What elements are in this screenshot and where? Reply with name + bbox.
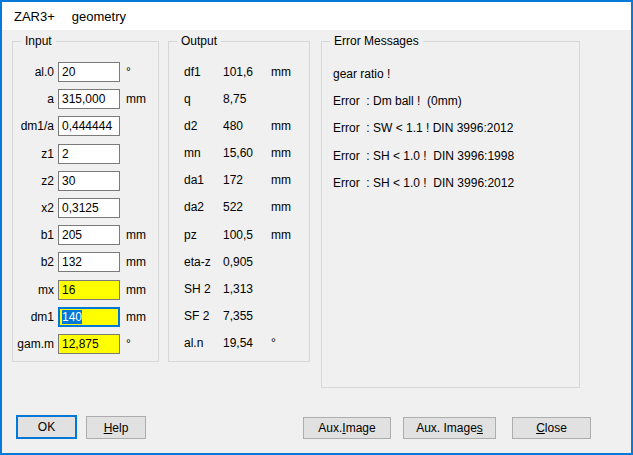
input-field-z1[interactable]: 2: [58, 144, 120, 164]
output-label: SF 2: [184, 309, 223, 323]
output-value: 1,313: [223, 282, 271, 296]
output-group-label: Output: [177, 34, 221, 48]
input-row: z12: [13, 144, 158, 164]
input-field-b1[interactable]: 205: [58, 225, 120, 245]
input-unit: mm: [126, 310, 146, 324]
output-value: 480: [223, 119, 271, 133]
output-row: mn15,60mm: [184, 143, 309, 163]
output-value: 8,75: [223, 92, 271, 106]
input-unit: °: [126, 337, 131, 351]
output-value: 100,5: [223, 228, 271, 242]
input-field-al0[interactable]: 20: [58, 62, 120, 82]
input-field-gamm[interactable]: 12,875: [58, 334, 120, 354]
output-label: mn: [184, 146, 223, 160]
input-row: x20,3125: [13, 198, 158, 218]
error-messages-group: Error Messages gear ratio !Error : Dm ba…: [321, 41, 580, 388]
button-label-underline: C: [536, 421, 545, 435]
client-area: Input al.020°a315,000mmdm1/a0,444444z12z…: [2, 30, 631, 453]
error-messages-group-label: Error Messages: [330, 34, 423, 48]
button-label-pre: Aux.: [318, 421, 342, 435]
output-row: pz100,5mm: [184, 225, 309, 245]
input-field-dm1a[interactable]: 0,444444: [58, 116, 120, 136]
input-unit: °: [126, 65, 131, 79]
close-button[interactable]: Close: [512, 417, 591, 439]
aux-image-button[interactable]: Aux. Image: [303, 417, 391, 439]
button-label-pre: Aux. Image: [416, 421, 477, 435]
input-label: z2: [13, 174, 54, 188]
output-row: eta-z0,905: [184, 252, 309, 272]
input-row: b1205mm: [13, 225, 158, 245]
output-row: df1101,6mm: [184, 62, 309, 82]
button-label-post: lose: [545, 421, 567, 435]
input-row: gam.m12,875°: [13, 334, 158, 354]
input-field-z2[interactable]: 30: [58, 171, 120, 191]
aux-images-button[interactable]: Aux. Images: [403, 417, 496, 439]
input-label: al.0: [13, 65, 54, 79]
output-unit: mm: [271, 200, 291, 214]
input-unit: mm: [126, 92, 146, 106]
help-button[interactable]: Help: [86, 416, 146, 439]
output-value: 15,60: [223, 146, 271, 160]
input-row: mx16mm: [13, 280, 158, 300]
input-field-b2[interactable]: 132: [58, 252, 120, 272]
input-field-dm1[interactable]: 140: [58, 307, 120, 327]
output-row: SH 21,313: [184, 279, 309, 299]
input-field-a[interactable]: 315,000: [58, 89, 120, 109]
output-row: da1172mm: [184, 170, 309, 190]
input-label: b2: [13, 255, 54, 269]
output-row: al.n19,54°: [184, 333, 309, 353]
button-label-underline: H: [104, 421, 113, 435]
output-label: df1: [184, 65, 223, 79]
error-line: Error : SW < 1.1 ! DIN 3996:2012: [333, 118, 575, 138]
button-label-post: mage: [346, 421, 376, 435]
output-label: SH 2: [184, 282, 223, 296]
button-label-pre: OK: [38, 420, 55, 434]
input-label: dm1/a: [13, 119, 54, 133]
output-unit: mm: [271, 173, 291, 187]
input-label: a: [13, 92, 54, 106]
error-line: gear ratio !: [333, 64, 575, 84]
output-value: 522: [223, 200, 271, 214]
output-value: 0,905: [223, 255, 271, 269]
input-unit: mm: [126, 255, 146, 269]
input-row: a315,000mm: [13, 89, 158, 109]
input-label: mx: [13, 283, 54, 297]
input-row: al.020°: [13, 62, 158, 82]
output-unit: mm: [271, 65, 291, 79]
output-unit: °: [271, 336, 276, 350]
input-label: gam.m: [13, 337, 54, 351]
output-label: d2: [184, 119, 223, 133]
output-unit: mm: [271, 146, 291, 160]
selected-text: 140: [62, 310, 82, 324]
title-bar[interactable]: ZAR3+ geometry: [2, 2, 631, 30]
output-label: da1: [184, 173, 223, 187]
input-group: Input al.020°a315,000mmdm1/a0,444444z12z…: [12, 41, 159, 362]
input-group-label: Input: [21, 34, 56, 48]
window-title-app: ZAR3+: [14, 9, 55, 24]
input-rows: al.020°a315,000mmdm1/a0,444444z12z230x20…: [13, 62, 158, 361]
input-row: b2132mm: [13, 252, 158, 272]
output-row: da2522mm: [184, 197, 309, 217]
input-label: x2: [13, 201, 54, 215]
input-unit: mm: [126, 228, 146, 242]
input-label: dm1: [13, 310, 54, 324]
output-value: 101,6: [223, 65, 271, 79]
input-row: dm1/a0,444444: [13, 116, 158, 136]
output-label: da2: [184, 200, 223, 214]
output-row: SF 27,355: [184, 306, 309, 326]
output-unit: mm: [271, 228, 291, 242]
input-row: dm1140mm: [13, 307, 158, 327]
input-label: z1: [13, 147, 54, 161]
input-field-mx[interactable]: 16: [58, 280, 120, 300]
output-value: 7,355: [223, 309, 271, 323]
input-field-x2[interactable]: 0,3125: [58, 198, 120, 218]
dialog-window: ZAR3+ geometry Input al.020°a315,000mmdm…: [0, 0, 633, 455]
output-label: eta-z: [184, 255, 223, 269]
output-rows: df1101,6mmq8,75d2480mmmn15,60mmda1172mmd…: [184, 62, 309, 360]
error-line: Error : SH < 1.0 ! DIN 3996:1998: [333, 146, 575, 166]
input-label: b1: [13, 228, 54, 242]
output-label: q: [184, 92, 223, 106]
ok-button[interactable]: OK: [16, 415, 77, 439]
error-line: Error : SH < 1.0 ! DIN 3996:2012: [333, 173, 575, 193]
window-title-doc: geometry: [72, 9, 126, 24]
